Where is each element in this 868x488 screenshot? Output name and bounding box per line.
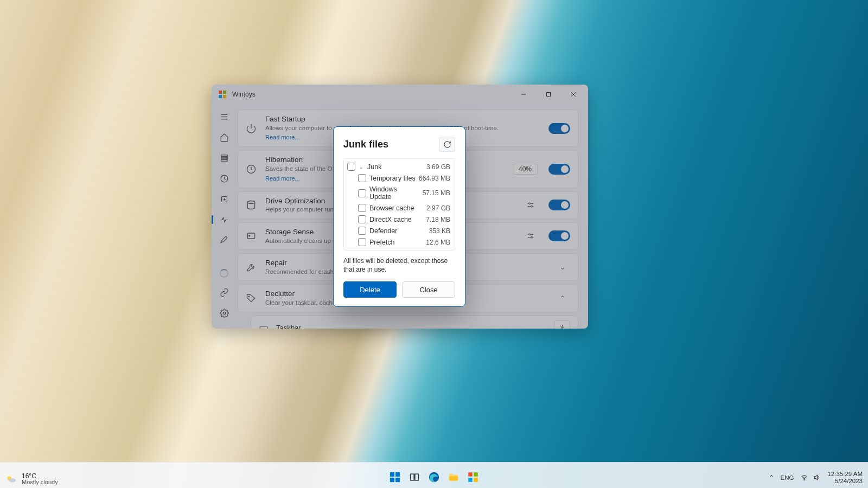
refresh-button[interactable] <box>439 137 455 152</box>
svg-rect-42 <box>468 472 473 477</box>
svg-rect-35 <box>395 472 400 477</box>
checkbox[interactable] <box>347 163 355 171</box>
checkbox[interactable] <box>358 204 366 212</box>
tree-item-name: DirectX cache <box>369 216 423 223</box>
svg-rect-38 <box>411 474 414 480</box>
svg-point-33 <box>9 478 16 482</box>
delete-button[interactable]: Delete <box>343 281 397 298</box>
desktop: Wintoys <box>0 0 868 488</box>
time: 12:35:29 AM <box>827 471 863 478</box>
tree-item-row[interactable]: Defender353 KB <box>346 225 451 236</box>
tree-item-name: Defender <box>369 227 426 235</box>
checkbox[interactable] <box>358 215 366 223</box>
checkbox[interactable] <box>358 227 366 235</box>
weather-desc: Mostly cloudy <box>22 479 58 486</box>
svg-rect-43 <box>474 472 478 477</box>
explorer-button[interactable] <box>446 470 461 485</box>
close-dialog-button[interactable]: Close <box>402 281 455 298</box>
tree-item-size: 57.15 MB <box>423 189 450 197</box>
svg-rect-44 <box>468 478 473 482</box>
junk-files-dialog: Junk files ⌄ Junk 3.69 GB Temporary file… <box>333 126 465 307</box>
tree-item-name: Windows Update <box>369 185 419 201</box>
tree-item-name: Browser cache <box>369 204 423 212</box>
svg-rect-37 <box>395 478 400 482</box>
start-button[interactable] <box>387 470 403 485</box>
tree-item-size: 12.6 MB <box>426 239 450 246</box>
language-indicator[interactable]: ENG <box>781 474 794 481</box>
checkbox[interactable] <box>358 189 366 197</box>
tree-item-name: Prefetch <box>369 239 423 246</box>
tree-item-row[interactable]: DirectX cache7.18 MB <box>346 214 451 225</box>
tree-item-size: 7.18 MB <box>426 216 450 223</box>
sound-icon[interactable] <box>813 473 821 481</box>
svg-rect-45 <box>474 478 478 482</box>
svg-rect-39 <box>415 474 419 480</box>
checkbox[interactable] <box>358 174 366 182</box>
checkbox[interactable] <box>358 238 366 246</box>
tree-item-name: Junk <box>367 163 423 171</box>
tree-item-row[interactable]: Windows Update57.15 MB <box>346 184 451 202</box>
taskbar[interactable]: 16°C Mostly cloudy ⌃ ENG 12:35:29 AM 5/2… <box>0 462 868 488</box>
date: 5/24/2023 <box>827 478 863 485</box>
collapse-arrow-icon[interactable]: ⌄ <box>359 164 364 170</box>
taskbar-pinned <box>387 470 481 485</box>
taskview-button[interactable] <box>407 470 422 485</box>
junk-tree: ⌄ Junk 3.69 GB Temporary files664.93 MBW… <box>343 158 455 251</box>
tree-item-name: Temporary files <box>369 175 416 182</box>
dialog-title: Junk files <box>343 139 388 150</box>
tree-item-size: 3.69 GB <box>426 163 450 171</box>
dialog-note: All files will be deleted, except those … <box>343 257 455 274</box>
svg-rect-41 <box>449 476 458 480</box>
tree-item-row[interactable]: Prefetch12.6 MB <box>346 236 451 248</box>
tray-overflow-icon[interactable]: ⌃ <box>769 474 774 481</box>
tree-item-row[interactable]: Browser cache2.97 GB <box>346 202 451 214</box>
svg-point-46 <box>804 480 805 480</box>
edge-button[interactable] <box>426 470 442 485</box>
svg-rect-36 <box>390 478 394 482</box>
system-tray[interactable]: ⌃ ENG 12:35:29 AM 5/24/2023 <box>769 471 863 485</box>
weather-icon <box>5 473 17 485</box>
tree-root-row[interactable]: ⌄ Junk 3.69 GB <box>346 161 451 172</box>
svg-rect-34 <box>390 472 394 477</box>
wifi-icon[interactable] <box>800 473 808 481</box>
tree-item-row[interactable]: Temporary files664.93 MB <box>346 172 451 184</box>
clock[interactable]: 12:35:29 AM 5/24/2023 <box>827 471 863 485</box>
tree-item-size: 353 KB <box>429 227 450 235</box>
wintoys-taskbar-button[interactable] <box>465 470 481 485</box>
tree-item-size: 2.97 GB <box>426 204 450 212</box>
weather-widget[interactable]: 16°C Mostly cloudy <box>5 473 58 486</box>
tree-item-size: 664.93 MB <box>419 175 450 182</box>
